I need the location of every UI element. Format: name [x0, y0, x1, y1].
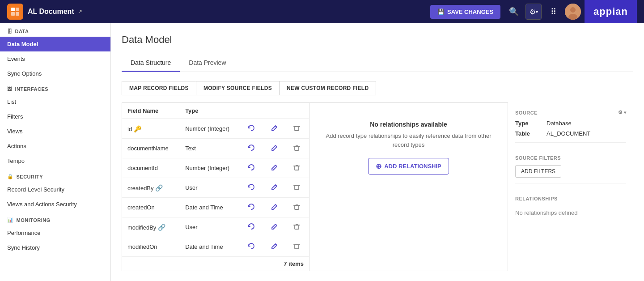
svg-rect-7 [295, 127, 299, 131]
sync-action-cell [241, 139, 264, 158]
relationships-panel: No relationships available Add record ty… [309, 102, 508, 271]
sidebar: 🗄 DATA Data Model Events Sync Options 🖼 … [0, 23, 111, 281]
main-content: Data Model Data Structure Data Preview M… [111, 23, 644, 281]
edit-icon-button[interactable] [270, 183, 279, 193]
external-link-icon: ↗ [78, 9, 82, 15]
toolbar: MAP RECORD FIELDS MODIFY SOURCE FIELDS N… [122, 81, 633, 95]
delete-icon-button[interactable] [292, 242, 301, 252]
table-row: documentName Text [122, 139, 309, 158]
field-type-cell: Number (Integer) [180, 119, 241, 139]
edit-icon-button[interactable] [270, 242, 279, 252]
search-button[interactable]: 🔍 [506, 4, 522, 20]
sync-icon-button[interactable] [246, 123, 256, 134]
sync-icon-button[interactable] [246, 221, 256, 233]
delete-action-cell [287, 237, 309, 257]
link-icon: 🔗 [155, 184, 163, 192]
add-filters-button[interactable]: ADD FILTERS [515, 165, 561, 178]
svg-rect-13 [295, 245, 299, 249]
sidebar-section-data: 🗄 DATA [0, 23, 110, 37]
sidebar-item-views-actions-security[interactable]: Views and Actions Security [0, 197, 110, 212]
settings-button[interactable]: ⚙ ▾ [525, 4, 542, 20]
sidebar-item-record-level-security[interactable]: Record-Level Security [0, 182, 110, 197]
user-avatar[interactable] [565, 4, 581, 20]
delete-action-cell [287, 158, 309, 178]
source-section-title: SOURCE ⚙ ▾ [515, 102, 626, 120]
tab-bar: Data Structure Data Preview [122, 55, 633, 72]
source-divider-2 [515, 183, 626, 183]
edit-icon-button[interactable] [270, 143, 279, 154]
delete-action-cell [287, 119, 309, 139]
modify-source-fields-button[interactable]: MODIFY SOURCE FIELDS [196, 81, 280, 95]
tab-data-preview[interactable]: Data Preview [180, 55, 235, 72]
delete-icon-button[interactable] [292, 222, 301, 233]
appian-brand: appian [585, 0, 637, 23]
source-filters-title: SOURCE FILTERS [515, 148, 626, 165]
field-type-cell: User [180, 178, 241, 198]
source-settings[interactable]: ⚙ ▾ [618, 110, 626, 115]
delete-action-cell [287, 139, 309, 158]
no-relationships-title: No relationships available [370, 121, 447, 128]
svg-rect-2 [11, 12, 15, 16]
col-actions-3 [287, 103, 309, 119]
sidebar-item-actions[interactable]: Actions [0, 139, 110, 153]
edit-icon-button[interactable] [270, 202, 279, 213]
sync-action-cell [241, 119, 264, 139]
sidebar-item-data-model[interactable]: Data Model [0, 37, 110, 51]
tab-data-structure[interactable]: Data Structure [122, 55, 180, 72]
gear-icon: ⚙ [530, 8, 536, 16]
source-table-row: Table AL_DOCUMENT [515, 130, 626, 137]
no-relationships-defined-text: No relationships defined [515, 209, 626, 216]
sidebar-item-sync-history[interactable]: Sync History [0, 240, 110, 255]
map-record-fields-button[interactable]: MAP RECORD FIELDS [122, 81, 196, 95]
sidebar-item-performance[interactable]: Performance [0, 226, 110, 240]
sidebar-item-tempo[interactable]: Tempo [0, 153, 110, 168]
edit-action-cell [264, 198, 287, 217]
delete-icon-button[interactable] [292, 202, 301, 213]
sync-icon-button[interactable] [246, 143, 256, 154]
app-title: AL Document [28, 8, 74, 16]
delete-icon-button[interactable] [292, 183, 301, 193]
delete-icon-button[interactable] [292, 123, 301, 134]
relationships-section-title: RELATIONSHIPS [515, 189, 626, 206]
fields-table-section: Field Name Type id 🔑 [122, 102, 309, 271]
new-custom-record-field-button[interactable]: NEW CUSTOM RECORD FIELD [280, 81, 376, 95]
sync-icon-button[interactable] [246, 202, 256, 213]
edit-icon-button[interactable] [270, 222, 279, 233]
no-relationships-desc: Add record type relationships to easily … [318, 132, 499, 149]
add-relationship-button[interactable]: ⊕ ADD RELATIONSHIP [368, 158, 449, 175]
delete-icon-button[interactable] [292, 163, 301, 174]
sync-icon-button[interactable] [246, 182, 256, 193]
sidebar-item-filters[interactable]: Filters [0, 109, 110, 124]
app-logo [7, 4, 23, 20]
svg-rect-10 [295, 186, 299, 190]
type-value: Database [547, 120, 572, 127]
sync-icon-button[interactable] [246, 162, 256, 174]
source-chevron-icon: ▾ [624, 110, 627, 115]
sync-icon-button[interactable] [246, 241, 256, 252]
sidebar-item-views[interactable]: Views [0, 124, 110, 139]
page-title: Data Model [122, 34, 633, 46]
field-name-cell: createdOn [122, 198, 180, 217]
table-row: documentId Number (Integer) [122, 158, 309, 178]
field-type-cell: Text [180, 139, 241, 158]
plus-icon: ⊕ [376, 162, 381, 170]
edit-icon-button[interactable] [270, 163, 279, 174]
sidebar-item-events[interactable]: Events [0, 51, 110, 66]
delete-icon-button[interactable] [292, 143, 301, 154]
key-icon: 🔑 [134, 125, 141, 132]
edit-icon-button[interactable] [270, 123, 279, 134]
security-icon: 🔒 [7, 174, 14, 179]
table-row: modifiedBy 🔗 User [122, 217, 309, 237]
field-name-cell: createdBy 🔗 [122, 178, 180, 198]
sidebar-item-sync-options[interactable]: Sync Options [0, 66, 110, 81]
svg-point-5 [570, 7, 576, 13]
grid-menu-button[interactable]: ⠿ [545, 4, 561, 20]
field-name-cell: id 🔑 [122, 119, 180, 139]
sidebar-item-list[interactable]: List [0, 94, 110, 109]
save-icon: 💾 [437, 9, 445, 15]
top-navigation: AL Document ↗ 💾 SAVE CHANGES 🔍 ⚙ ▾ ⠿ app… [0, 0, 644, 23]
field-type-cell: User [180, 217, 241, 237]
col-actions-2 [264, 103, 287, 119]
source-divider-1 [515, 142, 626, 143]
save-changes-button[interactable]: 💾 SAVE CHANGES [430, 5, 500, 19]
